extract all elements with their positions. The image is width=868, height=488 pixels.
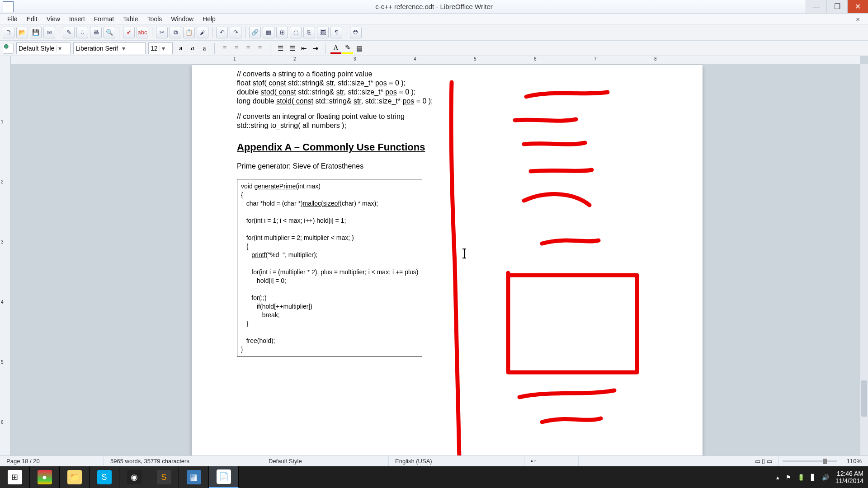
maximize-button[interactable]: ❐ <box>826 0 847 13</box>
menu-edit[interactable]: Edit <box>22 14 42 23</box>
text-cursor-icon <box>464 249 465 258</box>
tray-battery-icon[interactable]: 🔋 <box>797 474 805 481</box>
export-pdf-button[interactable]: ⇩ <box>76 27 88 38</box>
menubar: File Edit View Insert Format Table Tools… <box>0 14 868 24</box>
spellcheck-button[interactable]: ✔ <box>123 27 135 38</box>
align-center-button[interactable]: ≡ <box>231 43 242 54</box>
font-color-button[interactable]: A <box>330 43 341 54</box>
page-content[interactable]: // converts a string to a floating point… <box>192 65 703 366</box>
start-button[interactable]: ⊞ <box>0 466 30 488</box>
status-insert-mode[interactable]: ▪ ▫ <box>524 456 579 466</box>
italic-button[interactable]: a <box>187 43 198 54</box>
close-button[interactable]: ✕ <box>847 0 868 13</box>
indent-button[interactable]: ⇥ <box>310 43 321 54</box>
taskbar-sublime[interactable]: S <box>149 466 179 488</box>
vruler-tick: 4 <box>1 300 4 305</box>
save-button[interactable]: 💾 <box>30 27 42 38</box>
font-name-combo[interactable]: Liberation Serif▾ <box>73 42 146 54</box>
tray-volume-icon[interactable]: 🔊 <box>822 474 829 481</box>
clock-date: 11/4/2014 <box>835 477 863 484</box>
menu-tools[interactable]: Tools <box>143 14 167 23</box>
email-button[interactable]: ✉ <box>43 27 55 38</box>
hruler-tick: 2 <box>293 56 296 61</box>
close-document-button[interactable]: × <box>851 14 864 24</box>
menu-table[interactable]: Table <box>118 14 142 23</box>
record-changes-button[interactable]: ◌ <box>290 27 302 38</box>
status-language[interactable]: English (USA) <box>389 456 524 466</box>
system-tray[interactable]: ▴ ⚑ 🔋 ▋ 🔊 12:46 AM 11/4/2014 <box>772 470 868 484</box>
taskbar-skype[interactable]: S <box>90 466 119 488</box>
menu-view[interactable]: View <box>42 14 65 23</box>
hyperlink-button[interactable]: 🔗 <box>249 27 261 38</box>
highlight-button[interactable]: ✎ <box>342 43 353 54</box>
status-page[interactable]: Page 18 / 20 <box>0 456 104 466</box>
vertical-scrollbar[interactable] <box>860 64 868 466</box>
cut-button[interactable]: ✂ <box>156 27 168 38</box>
align-right-button[interactable]: ≡ <box>243 43 254 54</box>
status-word-count[interactable]: 5965 words, 35779 characters <box>104 456 262 466</box>
menu-file[interactable]: File <box>3 14 22 23</box>
menu-help[interactable]: Help <box>198 14 220 23</box>
document-area[interactable]: // converts a string to a floating point… <box>11 56 868 466</box>
hruler-tick: 3 <box>354 56 356 61</box>
copy-button[interactable]: ⧉ <box>170 27 181 38</box>
taskbar-chrome[interactable]: ● <box>30 466 60 488</box>
taskbar-app[interactable]: ▦ <box>179 466 209 488</box>
zoom-value[interactable]: 110% <box>840 456 868 466</box>
paste-button[interactable]: 📋 <box>183 27 195 38</box>
horizontal-ruler[interactable]: 1 2 3 4 5 6 7 8 <box>11 56 860 64</box>
paragraph-style-combo[interactable]: Default Style▾ <box>16 42 71 54</box>
heading-appendix-a: Appendix A – Commonly Use Functions <box>237 141 657 154</box>
preview-button[interactable]: 🔍 <box>104 27 115 38</box>
help-button[interactable]: ⛑ <box>350 27 362 38</box>
align-justify-button[interactable]: ≡ <box>255 43 265 54</box>
standard-toolbar: 🗋 📂 💾 ✉ ✎ ⇩ 🖶 🔍 ✔ abc ✂ ⧉ 📋 🖌 ↶ ↷ 🔗 ▦ ⊞ … <box>0 24 868 41</box>
numbering-button[interactable]: ☰ <box>287 43 297 54</box>
open-button[interactable]: 📂 <box>16 27 28 38</box>
align-left-button[interactable]: ≡ <box>219 43 230 54</box>
zoom-slider[interactable] <box>783 460 837 462</box>
font-name-value: Liberation Serif <box>75 45 118 52</box>
scrollbar-thumb[interactable] <box>861 380 867 417</box>
undo-button[interactable]: ↶ <box>216 27 228 38</box>
vertical-ruler[interactable]: 1 2 3 4 5 6 <box>0 56 11 466</box>
edit-mode-button[interactable]: ✎ <box>63 27 75 38</box>
menu-format[interactable]: Format <box>90 14 118 23</box>
tray-flag-icon[interactable]: ⚑ <box>786 474 791 481</box>
taskbar: ⊞ ● 📁 S ◉ S ▦ 📄 ▴ ⚑ 🔋 ▋ 🔊 12:46 AM 11/4/… <box>0 466 868 488</box>
taskbar-steam[interactable]: ◉ <box>119 466 149 488</box>
redo-button[interactable]: ↷ <box>230 27 241 38</box>
tray-network-icon[interactable]: ▋ <box>811 474 816 481</box>
doc-text: // converts an integral or floating poin… <box>237 112 657 121</box>
tray-clock[interactable]: 12:46 AM 11/4/2014 <box>835 470 863 484</box>
print-button[interactable]: 🖶 <box>90 27 102 38</box>
show-changes-button[interactable]: ⎘ <box>303 27 315 38</box>
paragraph-bg-button[interactable]: ▤ <box>354 43 365 54</box>
minimize-button[interactable]: — <box>806 0 826 13</box>
status-page-style[interactable]: Default Style <box>262 456 389 466</box>
doc-text: Prime generator: Sieve of Eratosthenes <box>237 162 657 171</box>
taskbar-writer[interactable]: 📄 <box>209 466 239 488</box>
taskbar-explorer[interactable]: 📁 <box>60 466 90 488</box>
menu-insert[interactable]: Insert <box>65 14 90 23</box>
doc-text: float stof( const std::string& str, std:… <box>237 79 657 88</box>
find-toolbar-button[interactable] <box>3 43 14 54</box>
gallery-button[interactable]: 🖼 <box>317 27 329 38</box>
tray-chevron-icon[interactable]: ▴ <box>776 474 779 481</box>
nonprinting-button[interactable]: ¶ <box>330 27 342 38</box>
autospell-button[interactable]: abc <box>137 27 148 38</box>
view-layout-buttons[interactable]: ▭ ▯ ▭ <box>749 456 779 466</box>
bold-button[interactable]: a <box>175 43 186 54</box>
window-title: c-c++ reference.odt - LibreOffice Writer <box>0 3 868 10</box>
insert-table-button[interactable]: ⊞ <box>276 27 288 38</box>
underline-button[interactable]: a <box>199 43 210 54</box>
menu-window[interactable]: Window <box>166 14 198 23</box>
font-size-combo[interactable]: 12▾ <box>148 42 173 54</box>
format-paint-button[interactable]: 🖌 <box>197 27 208 38</box>
outdent-button[interactable]: ⇤ <box>298 43 309 54</box>
new-button[interactable]: 🗋 <box>3 27 14 38</box>
table-button[interactable]: ▦ <box>263 27 274 38</box>
vruler-tick: 5 <box>1 360 4 365</box>
bullets-button[interactable]: ☰ <box>275 43 286 54</box>
page: // converts a string to a floating point… <box>192 65 703 466</box>
